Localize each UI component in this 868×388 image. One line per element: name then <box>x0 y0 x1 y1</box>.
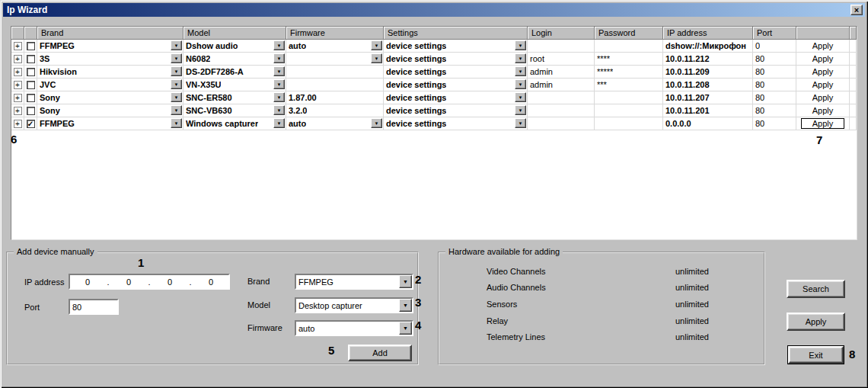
ip-cell: 0.0.0.0 <box>665 119 691 128</box>
brand-cell: Hikvision <box>40 67 77 76</box>
ip-separator: . <box>187 277 193 287</box>
chevron-down-icon[interactable]: ▼ <box>273 40 285 50</box>
ip-octet[interactable]: 0 <box>70 277 105 287</box>
model-cell: Dshow audio <box>186 41 238 50</box>
apply-all-button[interactable]: Apply <box>787 313 845 331</box>
chevron-down-icon[interactable]: ▼ <box>273 79 285 89</box>
ip-octet[interactable]: 0 <box>111 277 146 287</box>
brand-label: Brand <box>247 277 270 286</box>
login-cell[interactable]: admin <box>530 80 553 89</box>
ip-octet[interactable]: 0 <box>193 277 228 287</box>
brand-select[interactable]: FFMPEG ▼ <box>295 274 413 290</box>
header-ip-address[interactable]: IP address <box>663 27 753 40</box>
login-cell[interactable]: admin <box>530 67 553 76</box>
chevron-down-icon[interactable]: ▼ <box>273 118 285 128</box>
chevron-down-icon[interactable]: ▼ <box>515 105 526 115</box>
row-checkbox[interactable] <box>27 107 35 115</box>
port-cell[interactable]: 80 <box>755 106 764 115</box>
chevron-down-icon[interactable]: ▼ <box>515 79 526 89</box>
port-cell[interactable]: 80 <box>755 54 764 63</box>
port-cell[interactable]: 80 <box>755 67 764 76</box>
search-button[interactable]: Search <box>787 280 845 298</box>
ip-octet[interactable]: 0 <box>152 277 187 287</box>
row-checkbox[interactable] <box>27 55 35 63</box>
chevron-down-icon[interactable]: ▼ <box>515 53 526 63</box>
chevron-down-icon[interactable]: ▼ <box>273 105 285 115</box>
header-port[interactable]: Port <box>753 27 796 40</box>
password-cell[interactable]: *** <box>597 80 607 89</box>
expand-icon[interactable]: + <box>14 81 22 89</box>
annotation-2: 2 <box>415 273 421 286</box>
device-table: Brand Model Firmware Settings Login Pass… <box>11 26 857 240</box>
list-item: Relay unlimited <box>487 313 709 329</box>
chevron-down-icon[interactable]: ▼ <box>399 275 412 288</box>
chevron-down-icon[interactable]: ▼ <box>171 40 182 50</box>
row-filler <box>850 40 857 53</box>
apply-button[interactable]: Apply <box>801 118 845 129</box>
chevron-down-icon[interactable]: ▼ <box>515 92 526 102</box>
port-cell[interactable]: 0 <box>755 41 760 50</box>
port-cell[interactable]: 80 <box>755 80 764 89</box>
row-checkbox[interactable]: ✓ <box>27 120 35 128</box>
chevron-down-icon[interactable]: ▼ <box>515 118 526 128</box>
firmware-select[interactable]: auto ▼ <box>295 320 413 336</box>
add-button[interactable]: Add <box>348 345 412 361</box>
list-item: Telemetry Lines unlimited <box>487 329 709 345</box>
port-cell[interactable]: 80 <box>755 93 764 102</box>
model-cell: VN-X35U <box>186 80 221 89</box>
hw-item-value: unlimited <box>675 283 709 292</box>
chevron-down-icon[interactable]: ▼ <box>371 53 382 63</box>
chevron-down-icon[interactable]: ▼ <box>171 105 182 115</box>
port-input[interactable] <box>69 299 119 315</box>
header-password[interactable]: Password <box>595 27 663 40</box>
expand-icon[interactable]: + <box>14 107 22 115</box>
chevron-down-icon[interactable]: ▼ <box>171 53 182 63</box>
exit-button[interactable]: Exit <box>788 346 844 364</box>
apply-button[interactable]: Apply <box>812 80 834 89</box>
row-checkbox[interactable] <box>27 42 35 50</box>
chevron-down-icon[interactable]: ▼ <box>171 79 182 89</box>
row-checkbox[interactable] <box>27 68 35 76</box>
port-cell[interactable]: 80 <box>755 119 764 128</box>
header-settings[interactable]: Settings <box>384 27 528 40</box>
chevron-down-icon[interactable]: ▼ <box>371 40 382 50</box>
apply-button[interactable]: Apply <box>812 67 834 76</box>
chevron-down-icon[interactable]: ▼ <box>171 92 182 102</box>
model-select[interactable]: Desktop capturer ▼ <box>295 297 413 313</box>
expand-icon[interactable]: + <box>14 42 22 50</box>
password-cell[interactable]: **** <box>597 54 610 63</box>
chevron-down-icon[interactable]: ▼ <box>273 66 285 76</box>
chevron-down-icon[interactable]: ▼ <box>399 299 412 312</box>
expand-icon[interactable]: + <box>14 120 22 128</box>
header-login[interactable]: Login <box>528 27 595 40</box>
close-icon[interactable]: × <box>850 5 863 15</box>
apply-button[interactable]: Apply <box>812 41 834 50</box>
expand-icon[interactable]: + <box>14 68 22 76</box>
chevron-down-icon[interactable]: ▼ <box>371 118 382 128</box>
add-device-group-title: Add device manually <box>14 247 97 256</box>
ip-address-input[interactable]: 0 . 0 . 0 . 0 <box>69 274 230 290</box>
brand-cell: Sony <box>40 93 60 102</box>
expand-icon[interactable]: + <box>14 55 22 63</box>
row-checkbox[interactable] <box>27 81 35 89</box>
chevron-down-icon[interactable]: ▼ <box>273 53 285 63</box>
apply-button[interactable]: Apply <box>812 54 834 63</box>
chevron-down-icon[interactable]: ▼ <box>399 322 412 335</box>
hw-item-label: Telemetry Lines <box>487 332 545 342</box>
header-brand[interactable]: Brand <box>37 27 183 40</box>
firmware-cell: auto <box>289 119 306 128</box>
chevron-down-icon[interactable]: ▼ <box>171 118 182 128</box>
header-firmware[interactable]: Firmware <box>286 27 384 40</box>
ip-cell: 10.0.11.207 <box>665 93 710 102</box>
apply-button[interactable]: Apply <box>812 106 834 115</box>
row-checkbox[interactable] <box>27 94 35 102</box>
chevron-down-icon[interactable]: ▼ <box>515 40 526 50</box>
chevron-down-icon[interactable]: ▼ <box>515 66 526 76</box>
chevron-down-icon[interactable]: ▼ <box>171 66 182 76</box>
expand-icon[interactable]: + <box>14 94 22 102</box>
password-cell[interactable]: ***** <box>597 67 613 76</box>
header-model[interactable]: Model <box>183 27 286 40</box>
apply-button[interactable]: Apply <box>812 93 834 102</box>
chevron-down-icon[interactable]: ▼ <box>273 92 285 102</box>
login-cell[interactable]: root <box>530 54 544 63</box>
